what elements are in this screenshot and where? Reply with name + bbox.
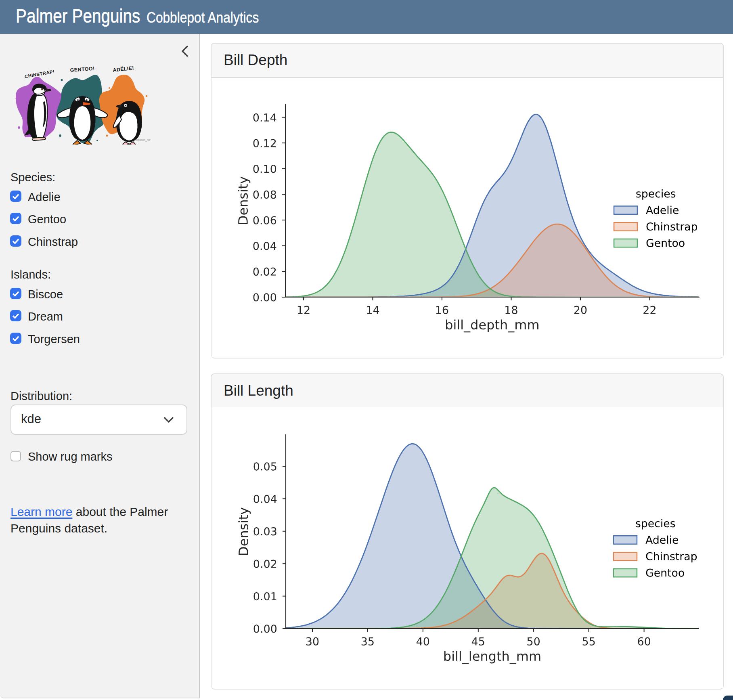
svg-text:ADÉLIE!: ADÉLIE! — [113, 65, 134, 73]
svg-text:GENTOO!: GENTOO! — [70, 66, 95, 73]
svg-text:@allison_horst: @allison_horst — [135, 138, 151, 142]
